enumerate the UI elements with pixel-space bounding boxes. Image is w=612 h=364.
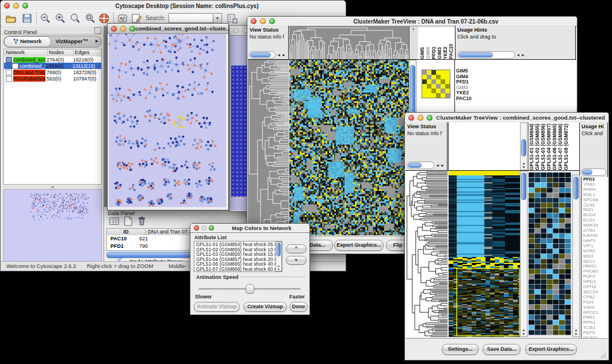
close-button[interactable] [111, 26, 117, 32]
float-panel-icon[interactable] [94, 27, 101, 34]
close-button[interactable] [233, 28, 239, 33]
tv1-row-labels: GIM5GIM4PFD1GIM3YKE2PAC10 [456, 68, 472, 102]
view-status-hscrollbar[interactable]: ◄ ► [249, 51, 287, 58]
gim-row-label[interactable]: PAC10 [456, 96, 472, 102]
close-button[interactable] [4, 3, 10, 9]
main-title-bar[interactable]: Cytoscape Desktop (Session Name: collins… [1, 1, 346, 12]
export-graphics-button[interactable]: Export Graphics... [525, 344, 577, 355]
gim-col-label[interactable]: PFD1 [431, 47, 437, 59]
attribute-list-scrollbar[interactable]: ▲▼ [276, 242, 282, 271]
minimize-button[interactable] [260, 18, 266, 24]
zoom-button[interactable] [209, 225, 214, 231]
close-button[interactable] [194, 225, 199, 231]
zoom-fit-icon[interactable] [70, 13, 81, 24]
gim-col-label[interactable]: GIM5 [419, 47, 425, 59]
move-up-button[interactable]: ^ [286, 244, 307, 253]
view-status-heading: View Status [248, 26, 288, 33]
settings-button[interactable]: Settings... [442, 344, 479, 355]
tv2-row-dendrogram[interactable] [406, 171, 447, 337]
edge-count: 13112(15) [70, 63, 101, 69]
animate-vizmap-button[interactable]: Animate Vizmap [194, 302, 240, 312]
tab-vizmapper[interactable]: VizMapper™ [51, 36, 93, 47]
tv2-row-labels: PFD1YRA1RNR4MSL1SPC98CLN1NIS1BUD4ELG1MAK… [581, 177, 607, 339]
tab-network[interactable]: Network [4, 36, 51, 47]
gpl-label[interactable]: GPL51-01 (GSM854) [529, 124, 534, 170]
treeview2-title-bar[interactable]: ClusterMaker TreeView : combined_scores_… [405, 113, 609, 123]
network-table-row[interactable]: combined_sco2569(6)13112(15) [4, 63, 101, 69]
speed-slider-thumb[interactable] [246, 284, 254, 294]
help-lifesaver-icon[interactable] [98, 13, 110, 24]
minimize-button[interactable] [120, 26, 126, 32]
dialog-title-bar[interactable]: Map Colors to Network [190, 224, 309, 233]
attribute-label[interactable]: GPL51-07 (GSM868) heat shock 60 min [196, 267, 282, 272]
tv2-labels-vscrollbar[interactable]: ▲▼ [572, 175, 580, 337]
treeview1-title-bar[interactable]: ClusterMaker TreeView : DNA and Tran 07-… [247, 17, 577, 26]
similarity-cell [431, 70, 436, 75]
usage-hints-hscrollbar[interactable] [581, 168, 606, 175]
gim-col-label[interactable]: YKE2 [442, 47, 448, 59]
resize-grip[interactable] [600, 352, 607, 359]
network-table-row[interactable]: RNAPuberNov2+563(0)107847(0) [4, 75, 101, 82]
select-attributes-icon[interactable] [109, 216, 120, 227]
network-table-row[interactable]: DNA and Tran 07769(0)183728(0) [4, 69, 101, 75]
zoom-button[interactable] [129, 26, 135, 32]
gpl-label[interactable]: GPL51-02 (GSM855) [534, 124, 540, 170]
network-table-row[interactable]: combined_scores2764(0)16218(0) [4, 56, 101, 63]
tv1-column-dendrogram[interactable] [289, 26, 409, 59]
usage-hints-hscrollbar[interactable]: ◄ ► [457, 51, 526, 58]
save-session-icon[interactable] [21, 13, 33, 24]
snapshot-icon[interactable] [117, 13, 128, 24]
export-graphics-button[interactable]: Export Graphics... [334, 240, 384, 251]
zoom-button[interactable] [22, 3, 28, 9]
zoom-button[interactable] [427, 115, 433, 121]
attribute-items[interactable]: GPL51-01 (GSM854) heat shock 05 minGPL51… [194, 242, 282, 272]
move-down-button[interactable]: v [286, 256, 307, 265]
new-attribute-icon[interactable] [123, 216, 133, 227]
gim-col-label[interactable]: PAC10 [448, 44, 454, 59]
gpl-label[interactable]: GPL51-04 (GSM857) [546, 124, 552, 170]
tv2-col-vscrollbar[interactable]: ▲▼ [520, 122, 527, 170]
minimize-button[interactable] [13, 3, 19, 9]
gim-col-label[interactable]: GIM3 [437, 47, 442, 59]
tv1-col-scroll-strip[interactable]: ▸ [409, 26, 418, 59]
view-status-hscrollbar[interactable]: ◄ ► [407, 162, 446, 168]
similarity-cell [427, 70, 431, 75]
node-count: 563(0) [45, 76, 71, 82]
usage-hints-text: Click and drag to [456, 33, 575, 40]
tv2-zoomed-heatmap[interactable] [529, 173, 571, 335]
gpl-label[interactable]: GPL51-03 (GSM856) [540, 124, 546, 170]
zoom-out-icon[interactable] [40, 13, 51, 24]
tv2-heatmap-vscrollbar[interactable]: ▲▼ [520, 171, 527, 337]
gpl-label[interactable]: GPL51-06 (GSM865) [552, 124, 557, 170]
create-vizmap-button[interactable]: Create Vizmap [243, 302, 287, 312]
zoom-button[interactable] [269, 18, 275, 24]
tv1-row-dendrogram[interactable] [248, 60, 289, 235]
view-status-text: No status info f [406, 129, 447, 136]
zoom-in-icon[interactable] [55, 13, 66, 24]
tv1-global-heatmap[interactable] [289, 60, 409, 235]
gim-col-label[interactable]: GIM4 [425, 47, 431, 59]
done-button[interactable]: Done [289, 302, 308, 312]
delete-attribute-icon[interactable] [136, 216, 147, 227]
search-input[interactable] [169, 13, 213, 23]
tv2-global-heatmap[interactable] [449, 171, 520, 337]
birds-eye-view[interactable] [3, 189, 102, 264]
import-table-icon[interactable] [226, 13, 238, 24]
open-session-icon[interactable] [5, 13, 17, 24]
window-a-title-bar[interactable]: combined_scores_good.txt--cluste... [108, 24, 228, 34]
annotation-icon[interactable] [131, 13, 142, 24]
tab-overflow-button[interactable]: ► [93, 36, 101, 47]
minimize-button[interactable] [201, 225, 206, 231]
gpl-label[interactable]: GPL51-07 (GSM868) [557, 124, 563, 170]
gpl-label[interactable]: GPL51-08 (GSM872) [563, 124, 569, 170]
save-data-button[interactable]: Save Data... [483, 344, 521, 355]
tv1-similarity-heatmap[interactable] [422, 70, 450, 98]
panel-splitter[interactable] [3, 186, 102, 189]
close-button[interactable] [251, 18, 257, 24]
animation-speed-label: Animation Speed [194, 274, 240, 280]
close-button[interactable] [408, 115, 414, 121]
similarity-cell [441, 93, 445, 98]
network-view-canvas[interactable] [109, 34, 226, 207]
minimize-button[interactable] [418, 115, 423, 121]
zoom-selected-icon[interactable] [85, 13, 96, 24]
